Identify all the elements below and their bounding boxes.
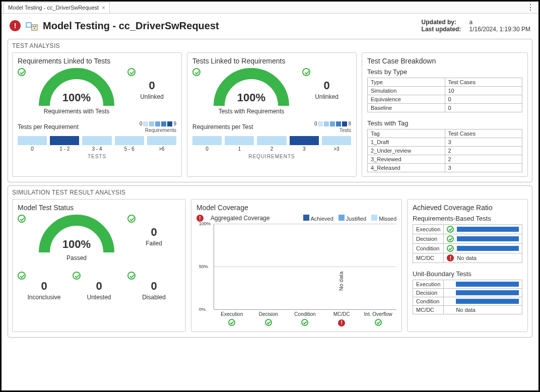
failed-value: 0	[151, 226, 157, 239]
card-model-test-status: Model Test Status 100% Passed 0 Failed	[12, 199, 186, 332]
alert-icon: !	[10, 20, 21, 31]
legend-min: 0	[314, 121, 317, 126]
legend-unit: Tests	[314, 127, 351, 133]
bar-label: Int. Overflow	[363, 311, 393, 317]
check-icon	[73, 272, 81, 280]
ratio-bar	[456, 290, 519, 295]
close-icon[interactable]: ×	[102, 5, 105, 11]
bin-label: >6	[147, 146, 176, 152]
bin-label: 2	[257, 146, 286, 152]
unlinked-label: Unlinked	[140, 93, 164, 100]
untested-label: Untested	[87, 294, 111, 301]
svg-rect-4	[34, 28, 35, 29]
check-icon	[301, 319, 308, 326]
untested-value: 0	[96, 280, 102, 293]
legend-achieved: Achieved	[311, 216, 333, 222]
page-title: Model Testing - cc_DriverSwRequest	[43, 20, 219, 32]
table-tests-with-tag: Tag Test Cases 1_Draft3 2_Under_review2 …	[367, 129, 522, 172]
nodata-label: No data	[338, 272, 344, 291]
table-row: MC/DC!No data	[413, 253, 522, 263]
table-row: 2_Under_review2	[368, 147, 522, 155]
table-row: Decision	[413, 289, 522, 297]
bar-label: Execution	[217, 311, 247, 317]
table-row: Simulation10	[368, 87, 522, 95]
hist-axis: TESTS	[18, 154, 176, 159]
disabled-value: 0	[151, 280, 157, 293]
table-row: 1_Draft3	[368, 138, 522, 147]
alert-icon: !	[338, 319, 345, 326]
check-icon	[127, 68, 136, 76]
svg-rect-2	[33, 26, 34, 27]
ratio-bar	[457, 236, 519, 241]
ytick: 50%	[199, 264, 208, 269]
table-row: 4_Released3	[368, 164, 522, 172]
legend-max: 8	[348, 121, 351, 126]
card-title: Requirements Linked to Tests	[18, 57, 176, 65]
kebab-menu-icon[interactable]: ⋮	[526, 3, 534, 12]
card-title: Test Case Breakdown	[367, 57, 522, 65]
table-row: Condition	[413, 297, 522, 306]
svg-rect-1	[32, 25, 37, 30]
gauge-label: Requirements with Tests	[44, 108, 110, 115]
section-title: TEST ANALYSIS	[12, 42, 528, 49]
last-updated-value: 1/16/2024, 1:19:30 PM	[469, 26, 530, 33]
gauge-passed: 100%	[39, 215, 114, 252]
check-icon	[127, 215, 136, 223]
subtable-title: Tests with Tag	[367, 119, 522, 127]
bar-label: MC/DC	[326, 311, 357, 317]
bin-label: 1 - 2	[50, 146, 79, 152]
check-icon	[447, 226, 454, 233]
gauge-tests-with-req: 100%	[214, 68, 289, 106]
bin-label: 5 - 6	[115, 146, 144, 152]
last-updated-label: Last updated:	[422, 26, 469, 33]
gauge-value: 100%	[214, 91, 289, 104]
inconclusive-value: 0	[41, 280, 47, 293]
card-test-case-breakdown: Test Case Breakdown Tests by Type Type T…	[362, 52, 528, 177]
bin-label: 3	[290, 146, 319, 152]
hist-title: Tests per Requirement	[18, 123, 79, 130]
updated-by-value: a	[469, 19, 473, 26]
ratio-bar	[456, 299, 519, 304]
histogram-tests-per-req	[18, 136, 176, 145]
gauge-value: 100%	[39, 91, 114, 104]
col-header: Tag	[368, 129, 445, 138]
heat-legend: 0 8	[314, 121, 351, 126]
table-req-based-ratio: Execution Decision Condition MC/DC!No da…	[413, 224, 522, 263]
check-icon	[302, 68, 310, 76]
unlinked-value: 0	[323, 79, 329, 92]
updated-by-label: Updated by:	[422, 19, 469, 26]
check-icon	[375, 319, 382, 326]
check-icon	[127, 272, 136, 280]
gauge-label: Passed	[66, 254, 87, 262]
bar-chart-coverage: 100% 50% 0% No data	[214, 224, 396, 309]
bar-label: Condition	[290, 311, 320, 317]
table-row: Type Test Cases	[368, 78, 522, 87]
legend-min: 0	[140, 121, 143, 126]
tab-label: Model Testing - cc_DriverSwRequest	[8, 5, 99, 11]
section-sim-analysis: SIMULATION TEST RESULT ANALYSIS Model Te…	[8, 185, 532, 338]
inconclusive-label: Inconclusive	[27, 294, 60, 301]
gauge-req-with-tests: 100%	[39, 68, 114, 106]
coverage-legend: Achieved Justified Missed	[303, 215, 396, 222]
table-unit-boundary-ratio: Execution Decision Condition MC/DCNo dat…	[413, 280, 522, 314]
table-row: Execution	[413, 225, 522, 234]
section-test-analysis: TEST ANALYSIS Requirements Linked to Tes…	[8, 39, 532, 182]
nodata-label: No data	[456, 307, 476, 313]
check-icon	[228, 319, 235, 326]
tab-bar: Model Testing - cc_DriverSwRequest × ⋮	[2, 2, 538, 14]
nodata-label: No data	[457, 255, 477, 261]
ratio-bar	[456, 282, 519, 287]
aggregated-coverage-label: Aggregated Coverage	[211, 215, 269, 222]
table-row: MC/DCNo data	[413, 306, 522, 314]
check-icon	[447, 235, 454, 242]
subtable-title: Unit-Boundary Tests	[413, 270, 522, 278]
check-icon	[18, 68, 26, 76]
legend-max: 9	[173, 121, 176, 126]
heat-legend: 0 9	[140, 121, 176, 126]
gauge-value: 100%	[39, 238, 114, 251]
tab-model-testing[interactable]: Model Testing - cc_DriverSwRequest ×	[4, 2, 110, 13]
legend-missed: Missed	[379, 216, 396, 222]
bin-label: >3	[322, 146, 351, 152]
disabled-label: Disabled	[142, 294, 166, 301]
bin-label: 3 - 4	[82, 146, 111, 152]
